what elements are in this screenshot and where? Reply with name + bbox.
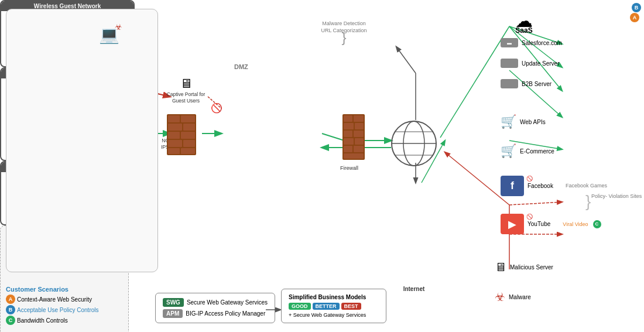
salesforce-label: Salesforce.com [522, 40, 562, 46]
server-icon: 🖥 [495, 261, 506, 274]
facebook-games-label: Facebook Games [566, 183, 607, 190]
legend-title: Customer Scenarios [6, 286, 99, 293]
svg-rect-45 [354, 131, 364, 137]
malicious-server-label: Malicious Server [510, 264, 553, 271]
svg-rect-46 [344, 138, 354, 145]
b2b-server-item: B2B Server [501, 79, 551, 88]
captive-portal-label: Captive Portal for Guest Users [164, 91, 208, 104]
ecommerce-icon: 🛒 [501, 143, 516, 159]
biz-models-title: Simplified Business Models [289, 294, 379, 300]
svg-line-12 [440, 26, 509, 138]
svg-rect-32 [183, 140, 195, 147]
main-diagram: Wireless Guest Network 💻 📱 💻☣ Corporate … [0, 0, 644, 332]
good-badge: GOOD [289, 303, 311, 310]
bottom-swg-desc: Secure Web Gateway Services [187, 299, 268, 306]
dmz-label: DMZ [234, 63, 248, 70]
bottom-swg-badge: SWG [163, 298, 184, 307]
svg-rect-50 [344, 153, 364, 159]
youtube-no-icon: 🚫 [526, 214, 533, 220]
legend-item-b: B Acceptable Use Policy Controls [6, 305, 99, 314]
biz-models-box: Simplified Business Models GOOD BETTER B… [281, 289, 386, 323]
infected-laptop-icon: 💻☣ [99, 25, 119, 45]
svg-rect-43 [355, 123, 364, 129]
policy-violation-label: Policy- Violation Sites [591, 193, 642, 200]
better-badge: BETTER [313, 303, 340, 310]
biz-models-subtitle: + Secure Web Gateway Services [289, 312, 379, 318]
internet-node: Internet [388, 117, 440, 170]
web-apis-label: Web APIs [520, 119, 546, 125]
svg-line-23 [445, 152, 509, 205]
malicious-server-item: 🖥 Malicious Server [495, 261, 553, 274]
svg-line-16 [509, 70, 562, 117]
best-badge: BEST [341, 303, 361, 310]
bottom-legend-box: SWG Secure Web Gateway Services APM BIG-… [155, 293, 275, 323]
legend-item-a: A Context-Aware Web Security [6, 295, 99, 304]
viral-video-label: Viral Video [563, 221, 588, 227]
malware-detect-label: Malware Detection URL Categorization } [319, 20, 369, 41]
badge-a-corporate: A [630, 13, 639, 22]
svg-rect-49 [354, 146, 364, 152]
facebook-label: Facebook [527, 183, 553, 189]
svg-line-4 [322, 134, 344, 141]
youtube-label: YouTube [527, 221, 550, 227]
svg-rect-41 [354, 115, 364, 122]
youtube-item: ▶ YouTube 🚫 Viral Video C [501, 214, 601, 234]
legend-badge-b: B [6, 305, 15, 314]
svg-rect-33 [168, 148, 180, 154]
svg-line-11 [396, 47, 416, 73]
web-apis-icon: 🛒 [501, 114, 516, 129]
svg-rect-27 [168, 124, 182, 131]
badge-b: B [632, 3, 641, 12]
svg-rect-26 [181, 115, 195, 122]
svg-rect-31 [168, 140, 182, 147]
svg-line-18 [509, 202, 562, 205]
malware-label: Malware [509, 294, 531, 300]
legend-badge-c: C [6, 316, 15, 325]
saas-label: SaaS [515, 26, 533, 35]
salesforce-item: ▬ Salesforce.com [501, 38, 562, 47]
legend-badge-a: A [6, 295, 15, 304]
firewall-label: Firewall [340, 165, 358, 171]
bottom-apm-desc: BIG-IP Access Policy Manager [186, 310, 265, 317]
b2b-server-label: B2B Server [522, 81, 551, 87]
saas-cloud: ☁ SaaS [515, 11, 533, 35]
svg-rect-40 [344, 115, 352, 122]
no-entry-icon: 🚫 [211, 102, 222, 114]
svg-rect-34 [181, 148, 195, 154]
svg-rect-28 [183, 124, 195, 131]
customer-scenarios-legend: Customer Scenarios A Context-Aware Web S… [6, 286, 99, 326]
web-apis-item: 🛒 Web APIs [501, 114, 546, 129]
update-server-label: Update Server [522, 60, 559, 67]
bottom-apm-badge: APM [163, 309, 183, 318]
ecommerce-item: 🛒 E-Commerce [501, 143, 554, 159]
legend-item-c: C Bandwidth Controls [6, 316, 99, 325]
badge-c: C [593, 220, 601, 228]
firewall-wall [342, 114, 365, 161]
captive-portal: 🖥 Captive Portal for Guest Users [164, 76, 208, 111]
left-zone [6, 9, 158, 272]
ngfw-wall [167, 114, 196, 155]
svg-rect-48 [344, 146, 352, 152]
facebook-no-icon: 🚫 [526, 176, 533, 182]
svg-rect-47 [355, 138, 364, 145]
svg-rect-42 [344, 123, 354, 129]
svg-rect-25 [168, 115, 180, 122]
ecommerce-label: E-Commerce [520, 148, 554, 155]
malware-icon: ☣ [495, 290, 505, 304]
svg-rect-44 [344, 131, 352, 137]
malware-item: ☣ Malware [495, 290, 531, 304]
svg-rect-29 [168, 132, 180, 139]
svg-rect-30 [181, 132, 195, 139]
update-server-item: Update Server [501, 59, 559, 68]
biz-model-badges: GOOD BETTER BEST [289, 303, 379, 310]
